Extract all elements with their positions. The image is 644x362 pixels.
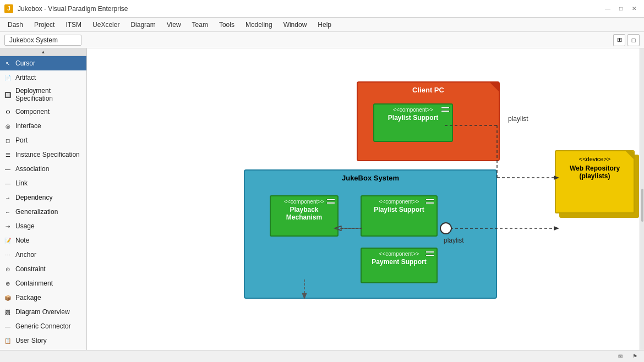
menu-item-project[interactable]: Project bbox=[29, 19, 60, 30]
playback-name: PlaybackMechanism bbox=[274, 206, 334, 221]
jukebox-playlist-component[interactable]: <<component>> Playlist Support bbox=[361, 195, 438, 237]
flag-icon-button[interactable]: ⚑ bbox=[630, 352, 640, 361]
app-icon: J bbox=[4, 4, 13, 13]
panel-item-cursor[interactable]: ↖Cursor bbox=[0, 56, 86, 70]
instance-spec-icon: ☰ bbox=[3, 150, 12, 159]
cursor-label: Cursor bbox=[15, 59, 35, 67]
component-icon: ⚙ bbox=[3, 107, 12, 116]
scroll-handle bbox=[641, 189, 643, 222]
titlebar: J Jukebox - Visual Paradigm Enterprise —… bbox=[0, 0, 644, 18]
menu-item-dash[interactable]: Dash bbox=[2, 19, 29, 30]
panel-item-interface[interactable]: ◎Interface bbox=[0, 119, 86, 133]
playback-component[interactable]: <<component>> PlaybackMechanism bbox=[270, 195, 339, 237]
deployment-spec-icon: 🔲 bbox=[3, 90, 12, 99]
menu-item-tools[interactable]: Tools bbox=[214, 19, 240, 30]
artifact-icon: 📄 bbox=[3, 73, 12, 82]
svg-marker-5 bbox=[554, 226, 559, 231]
minimize-button[interactable]: — bbox=[602, 3, 613, 14]
scroll-up-button[interactable]: ▲ bbox=[0, 48, 86, 56]
node-fold bbox=[490, 83, 499, 91]
diagram-overview-icon: 🖼 bbox=[3, 308, 12, 316]
interface-label: playlist bbox=[444, 237, 464, 244]
web-repo-node[interactable]: <<device>> Web Repository(playlists) bbox=[555, 150, 635, 213]
instance-spec-label: Instance Specification bbox=[15, 151, 80, 158]
panel-item-user-story[interactable]: 📋User Story bbox=[0, 333, 86, 348]
playback-stereotype: <<component>> bbox=[274, 199, 334, 205]
panel-item-deployment-spec[interactable]: 🔲Deployment Specification bbox=[0, 85, 86, 105]
containment-icon: ⊕ bbox=[3, 279, 12, 288]
panel-item-usage[interactable]: ⇢Usage bbox=[0, 219, 86, 233]
panel-item-diagram-overview[interactable]: 🖼Diagram Overview bbox=[0, 305, 86, 319]
panel-item-association[interactable]: —Association bbox=[0, 162, 86, 176]
deployment-spec-label: Deployment Specification bbox=[15, 87, 83, 102]
panel-item-generalization[interactable]: ←Generalization bbox=[0, 205, 86, 219]
web-repo-name: Web Repository(playlists) bbox=[556, 164, 634, 180]
usage-icon: ⇢ bbox=[3, 222, 12, 231]
generic-connector-icon: — bbox=[3, 322, 12, 331]
menu-item-itsm[interactable]: ITSM bbox=[60, 19, 87, 30]
web-repo-stereotype: <<device>> bbox=[556, 151, 634, 164]
package-label: Package bbox=[15, 294, 41, 301]
panel-item-package[interactable]: 📦Package bbox=[0, 290, 86, 305]
email-icon-button[interactable]: ✉ bbox=[615, 352, 625, 361]
jukebox-system-node[interactable]: JukeBox System <<component>> PlaybackMec… bbox=[244, 169, 497, 299]
note-label: Note bbox=[15, 237, 29, 244]
artifact-label: Artifact bbox=[15, 74, 36, 81]
panel-item-instance-spec[interactable]: ☰Instance Specification bbox=[0, 147, 86, 162]
menu-item-diagram[interactable]: Diagram bbox=[125, 19, 161, 30]
client-comp-stereotype: <<component>> bbox=[378, 107, 449, 113]
menu-item-view[interactable]: View bbox=[161, 19, 187, 30]
link-label: Link bbox=[15, 179, 28, 187]
menu-item-uexceler[interactable]: UeXceler bbox=[87, 19, 125, 30]
toolbar-icon-1[interactable]: ⊞ bbox=[613, 34, 625, 46]
client-comp-name: Playlist Support bbox=[378, 114, 449, 122]
user-story-icon: 📋 bbox=[3, 336, 12, 345]
diagram-overview-label: Diagram Overview bbox=[15, 308, 70, 316]
panel-item-link[interactable]: —Link bbox=[0, 176, 86, 190]
panel-item-anchor[interactable]: ⋯Anchor bbox=[0, 248, 86, 262]
panel-item-constraint[interactable]: ⊙Constraint bbox=[0, 262, 86, 276]
toolbar-icon-2[interactable]: □ bbox=[627, 34, 640, 46]
port-label: Port bbox=[15, 136, 28, 144]
menubar: DashProjectITSMUeXcelerDiagramViewTeamTo… bbox=[0, 18, 644, 32]
usage-label: Usage bbox=[15, 222, 35, 230]
panel-item-dependency[interactable]: →Dependency bbox=[0, 190, 86, 205]
menu-item-window[interactable]: Window bbox=[278, 19, 313, 30]
breadcrumb[interactable]: Jukebox System bbox=[4, 35, 81, 46]
payment-component[interactable]: <<component>> Payment Support bbox=[361, 248, 438, 283]
payment-stereotype: <<component>> bbox=[365, 251, 433, 257]
maximize-button[interactable]: □ bbox=[615, 3, 626, 14]
client-pc-title: Client PC bbox=[358, 83, 499, 96]
user-story-label: User Story bbox=[15, 337, 47, 344]
jukebox-playlist-stereotype: <<component>> bbox=[365, 199, 433, 205]
constraint-icon: ⊙ bbox=[3, 265, 12, 273]
diagram-canvas[interactable]: playlist Client PC <<component>> Playlis… bbox=[87, 48, 640, 362]
generic-connector-label: Generic Connector bbox=[15, 322, 71, 330]
client-pc-component[interactable]: <<component>> Playlist Support bbox=[373, 103, 453, 142]
menu-item-modeling[interactable]: Modeling bbox=[240, 19, 278, 30]
main-layout: ▲ ↖Cursor📄Artifact🔲Deployment Specificat… bbox=[0, 48, 644, 362]
panel-item-component[interactable]: ⚙Component bbox=[0, 105, 86, 119]
panel-item-artifact[interactable]: 📄Artifact bbox=[0, 70, 86, 85]
jukebox-playlist-name: Playlist Support bbox=[365, 206, 433, 213]
panel-item-containment[interactable]: ⊕Containment bbox=[0, 276, 86, 290]
toolbar-right: ⊞ □ bbox=[613, 34, 640, 46]
interface-label: Interface bbox=[15, 122, 41, 130]
app-title: Jukebox - Visual Paradigm Enterprise bbox=[18, 5, 640, 13]
note-icon: 📝 bbox=[3, 236, 12, 245]
menu-item-team[interactable]: Team bbox=[187, 19, 214, 30]
generalization-icon: ← bbox=[3, 207, 12, 216]
statusbar: ✉ ⚑ bbox=[0, 350, 644, 362]
containment-label: Containment bbox=[15, 279, 53, 287]
association-icon: — bbox=[3, 164, 12, 173]
client-pc-node[interactable]: Client PC <<component>> Playlist Support bbox=[357, 81, 500, 161]
panel-item-port[interactable]: ◻Port bbox=[0, 133, 86, 147]
jukebox-title: JukeBox System bbox=[245, 171, 496, 184]
interface-circle bbox=[440, 222, 452, 234]
package-icon: 📦 bbox=[3, 293, 12, 302]
close-button[interactable]: ✕ bbox=[629, 3, 640, 14]
panel-item-note[interactable]: 📝Note bbox=[0, 233, 86, 248]
menu-item-help[interactable]: Help bbox=[312, 19, 337, 30]
right-scrollbar[interactable] bbox=[640, 48, 644, 362]
panel-item-generic-connector[interactable]: —Generic Connector bbox=[0, 319, 86, 333]
